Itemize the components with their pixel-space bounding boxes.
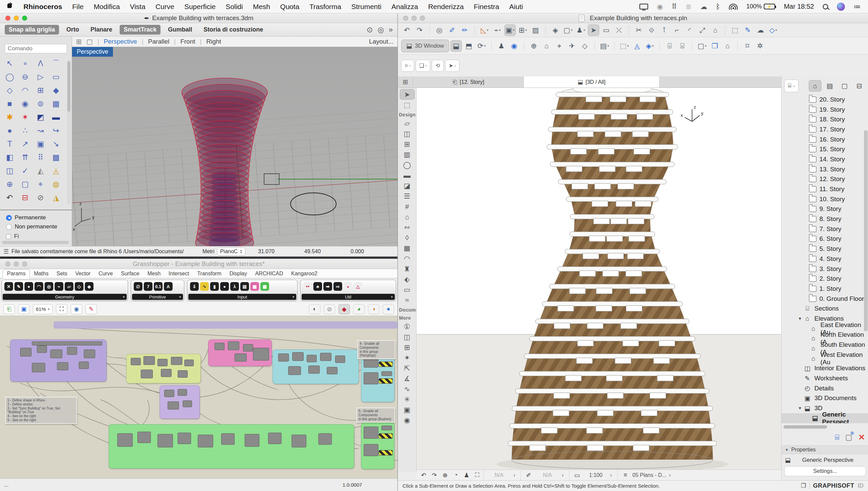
gh-component[interactable] <box>157 359 167 366</box>
preview-shaded-icon[interactable]: ◆ <box>339 304 350 314</box>
component-icon[interactable]: ⌁ <box>55 282 63 291</box>
menu-item-superficie[interactable]: Superficie <box>184 3 216 11</box>
camera-tool[interactable]: ◉ <box>400 415 414 425</box>
menu-item-modifica[interactable]: Modifica <box>93 3 120 11</box>
skylight-tool[interactable]: ◠ <box>400 253 414 264</box>
gh-component[interactable] <box>364 372 378 384</box>
navigator-item-3-story[interactable]: 3. Story <box>781 264 868 274</box>
navigator-vertical-scrollbar[interactable] <box>864 130 868 331</box>
gh-component[interactable] <box>164 390 174 397</box>
sun-study-icon[interactable]: ⌂ <box>722 40 733 52</box>
rhino-tool-icon-13[interactable]: ◉ <box>18 97 33 110</box>
gh-component-disabled[interactable] <box>379 378 393 384</box>
navigator-item-7-story[interactable]: 7. Story <box>781 224 868 234</box>
toggle-smarttrack[interactable]: SmartTrack <box>120 25 160 34</box>
gh-component[interactable] <box>32 341 102 345</box>
hotspot-tool[interactable]: ✳ <box>400 394 414 404</box>
navigator-item-10-story[interactable]: 10. Story <box>781 194 868 204</box>
stack-icon[interactable]: ≣ <box>686 3 692 10</box>
toggle-gumball[interactable]: Gumball <box>164 25 196 34</box>
gh-component[interactable] <box>198 435 213 447</box>
toggle-planare[interactable]: Planare <box>87 25 116 34</box>
paint-style-icon[interactable]: ⌹ <box>664 40 675 52</box>
window-tool[interactable]: ⊞ <box>400 139 414 149</box>
navigator-item-19-story[interactable]: 19. Story <box>781 105 868 115</box>
rhino-tool-icon-0[interactable]: ↖ <box>2 57 18 69</box>
component-icon[interactable]: ♣ <box>313 282 322 291</box>
camera-projection-icon[interactable]: ⌖ <box>554 40 565 52</box>
rhino-tool-icon-39[interactable]: ◍ <box>48 178 64 190</box>
publisher-icon[interactable]: ⊟ <box>853 80 866 92</box>
gh-component[interactable] <box>171 357 182 365</box>
gh-tab-curve[interactable]: Curve <box>94 270 117 278</box>
perspective-view-icon[interactable]: ⬓ <box>451 40 462 52</box>
toggle-orto[interactable]: Orto <box>62 25 83 34</box>
resize-icon[interactable]: ⤢ <box>697 25 708 36</box>
component-icon[interactable]: ∿ <box>200 282 209 291</box>
rhino-tool-icon-32[interactable]: ◫ <box>2 165 18 177</box>
coordinate-input-icon[interactable]: ▣▾ <box>504 25 516 36</box>
close-button[interactable] <box>5 16 10 21</box>
column-tool[interactable]: ◯ <box>400 160 414 170</box>
grasshopper-canvas[interactable]: 1 - Define shape in Rhino 2 - Define sto… <box>0 316 398 479</box>
rhino-tool-icon-11[interactable]: ◆ <box>48 84 64 96</box>
rhino-tool-icon-15[interactable]: ▦ <box>48 97 64 110</box>
preview-orange-icon[interactable]: ◑ <box>368 304 379 314</box>
marquee-tool[interactable]: ⬚ <box>400 99 414 110</box>
gh-component[interactable] <box>327 367 338 374</box>
styles-icon[interactable]: ⍃ <box>677 40 688 52</box>
component-icon[interactable]: A <box>164 282 173 291</box>
gh-tab-kangaroo2[interactable]: Kangaroo2 <box>287 270 321 278</box>
move-options-button[interactable]: ⌗› <box>401 60 414 72</box>
gh-component[interactable] <box>268 433 281 444</box>
gh-tab-maths[interactable]: Maths <box>30 270 53 278</box>
gh-tab-intersect[interactable]: Intersect <box>164 270 193 278</box>
set-square-icon[interactable]: ◺▾ <box>479 25 490 36</box>
rhino-tool-icon-34[interactable]: ◭ <box>33 165 48 177</box>
gh-component[interactable] <box>335 355 345 363</box>
navigator-item-8-story[interactable]: 8. Story <box>781 214 868 224</box>
menu-item-solidi[interactable]: Solidi <box>225 3 243 11</box>
menu-item-finestra[interactable]: Finestra <box>474 3 499 11</box>
curtain-wall-tool[interactable]: ▥ <box>400 149 414 160</box>
viewport-grid-icon[interactable]: ⊞ <box>76 37 82 46</box>
component-icon[interactable]: ● <box>220 282 229 291</box>
component-icon[interactable]: ⇨ <box>334 282 342 291</box>
gh-component[interactable] <box>161 369 172 377</box>
gh-component[interactable] <box>57 362 68 370</box>
new-viewpoint-icon[interactable]: ▢⊕ <box>845 433 852 442</box>
component-icon[interactable]: ∅ <box>134 282 143 291</box>
zoom-back-icon[interactable]: ↶ <box>419 471 428 479</box>
tool-palette-scrollbar[interactable] <box>67 60 71 204</box>
menu-item-curve[interactable]: Curve <box>155 3 174 11</box>
cutting-planes-icon[interactable]: ◈▾ <box>644 40 655 52</box>
rhino-tool-icon-41[interactable]: ⊟ <box>18 192 33 204</box>
ruler-icon[interactable]: ▭ <box>600 25 612 36</box>
radio-non-permanente[interactable]: Non permanente <box>6 223 57 230</box>
rhino-tool-icon-2[interactable]: Λ <box>33 57 48 69</box>
arrow-tool-button[interactable]: ➤› <box>445 60 460 72</box>
explore-icon[interactable]: ✈ <box>566 40 578 52</box>
spline-tool[interactable]: ∿ <box>400 384 414 394</box>
railing-tool[interactable]: # <box>400 201 414 212</box>
intersect-icon[interactable]: ⊺ <box>658 25 670 36</box>
tab-overview-button[interactable]: ⊞ <box>398 77 413 88</box>
gh-component[interactable] <box>320 353 332 361</box>
rhino-tool-icon-20[interactable]: ● <box>2 124 18 137</box>
gh-tab-archicad[interactable]: ARCHICAD <box>251 270 287 278</box>
gh-tab-display[interactable]: Display <box>225 270 251 278</box>
gh-component[interactable] <box>144 356 155 365</box>
creative-cloud-icon[interactable]: ◉ <box>657 3 663 10</box>
explode-icon[interactable]: ⤫ <box>613 25 625 36</box>
gh-component[interactable] <box>183 400 192 407</box>
rhino-tool-icon-27[interactable]: ↘ <box>48 138 64 150</box>
component-icon[interactable]: ◇ <box>75 282 84 291</box>
fillet-icon[interactable]: ⌐ <box>671 25 683 36</box>
menu-item-quota[interactable]: Quota <box>280 3 299 11</box>
command-input[interactable] <box>5 44 67 53</box>
gh-component[interactable] <box>291 435 306 447</box>
copy-view-icon[interactable]: ❐ <box>709 40 720 52</box>
figure-tool[interactable]: ▣ <box>400 404 414 415</box>
adjust-icon[interactable]: ⟐ <box>646 25 657 36</box>
rhino-tool-icon-25[interactable]: ↗ <box>18 138 33 150</box>
